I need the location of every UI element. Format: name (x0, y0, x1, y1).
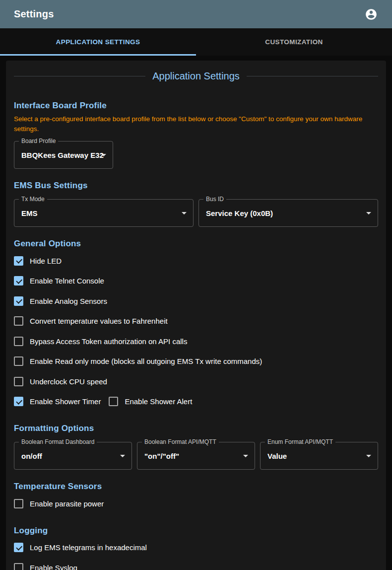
checkbox-row: Enable Telnet Console (14, 271, 378, 291)
tab-bar: APPLICATION SETTINGS CUSTOMIZATION (0, 28, 392, 56)
boolean-format-api-select[interactable]: Boolean Format API/MQTT "on"/"off" (137, 442, 255, 470)
checkbox-row: Underclock CPU speed (14, 371, 378, 392)
checkbox-underclock-cpu[interactable]: Underclock CPU speed (14, 377, 107, 386)
checkbox-box[interactable] (14, 316, 23, 326)
board-profile-description: Select a pre-configured interface board … (14, 114, 378, 134)
app-bar-title: Settings (14, 8, 54, 20)
title-divider-left (14, 76, 145, 76)
tx-mode-select-label: Tx Mode (19, 196, 47, 203)
checkbox-label: Hide LED (30, 257, 62, 265)
checkbox-box[interactable] (14, 256, 23, 266)
section-general-options: General Options (14, 239, 378, 249)
checkbox-row: Enable parasite power (14, 494, 378, 514)
checkbox-box[interactable] (109, 397, 118, 406)
enum-format-api-label: Enum Format API/MQTT (265, 438, 335, 445)
checkbox-label: Enable Telnet Console (30, 277, 104, 285)
board-profile-select-value: BBQKees Gateway E32 (21, 151, 104, 159)
checkbox-box[interactable] (14, 276, 23, 285)
section-ems-bus-settings: EMS Bus Settings (14, 181, 378, 191)
checkbox-enable-telnet-console[interactable]: Enable Telnet Console (14, 276, 104, 285)
account-circle-icon (365, 8, 378, 21)
tab-application-settings[interactable]: APPLICATION SETTINGS (0, 28, 196, 56)
checkbox-convert-fahrenheit[interactable]: Convert temperature values to Fahrenheit (14, 316, 168, 326)
checkbox-row-shower: Enable Shower Timer Enable Shower Alert (14, 392, 378, 412)
checkbox-box[interactable] (14, 356, 23, 366)
checkbox-box[interactable] (14, 377, 23, 386)
boolean-format-api-label: Boolean Format API/MQTT (142, 438, 219, 445)
checkbox-enable-shower-timer[interactable]: Enable Shower Timer (14, 397, 101, 406)
boolean-format-dashboard-select[interactable]: Boolean Format Dashboard on/off (14, 442, 132, 470)
checkbox-row: Hide LED (14, 251, 378, 271)
section-logging: Logging (14, 526, 378, 536)
general-options-group: Hide LED Enable Telnet Console Enable An… (14, 251, 378, 412)
boolean-format-dashboard-label: Boolean Format Dashboard (19, 438, 97, 445)
ems-bus-selects-row: Tx Mode EMS Bus ID Service Key (0x0B) (14, 199, 378, 227)
settings-card: Application Settings Interface Board Pro… (6, 61, 386, 570)
chevron-down-icon (120, 455, 125, 457)
chevron-down-icon (366, 212, 371, 214)
checkbox-label: Enable Read only mode (blocks all outgoi… (30, 357, 262, 365)
account-button[interactable] (361, 4, 381, 24)
tx-mode-select-value: EMS (21, 209, 38, 217)
checkbox-enable-syslog[interactable]: Enable Syslog (14, 563, 77, 570)
chevron-down-icon (182, 212, 187, 214)
section-interface-board-profile: Interface Board Profile (14, 101, 378, 111)
checkbox-hide-led[interactable]: Hide LED (14, 256, 62, 266)
checkbox-read-only-mode[interactable]: Enable Read only mode (blocks all outgoi… (14, 356, 262, 366)
page-title: Application Settings (152, 71, 240, 82)
page-title-row: Application Settings (14, 71, 378, 82)
checkbox-bypass-access-token[interactable]: Bypass Access Token authorization on API… (14, 337, 187, 346)
checkbox-enable-shower-alert[interactable]: Enable Shower Alert (109, 397, 192, 406)
chevron-down-icon (101, 154, 106, 156)
board-profile-row: Board Profile BBQKees Gateway E32 (14, 141, 378, 169)
checkbox-label: Enable Shower Timer (30, 397, 101, 406)
bus-id-select-value: Service Key (0x0B) (206, 209, 273, 217)
checkbox-enable-parasite-power[interactable]: Enable parasite power (14, 499, 104, 508)
checkbox-label: Enable Shower Alert (125, 397, 192, 406)
page-content: Application Settings Interface Board Pro… (0, 56, 392, 570)
tx-mode-select[interactable]: Tx Mode EMS (14, 199, 194, 227)
checkbox-enable-analog-sensors[interactable]: Enable Analog Sensors (14, 296, 107, 306)
checkbox-log-ems-hex[interactable]: Log EMS telegrams in hexadecimal (14, 543, 147, 552)
checkbox-row: Enable Analog Sensors (14, 291, 378, 311)
chevron-down-icon (243, 455, 248, 457)
checkbox-box[interactable] (14, 296, 23, 306)
checkbox-label: Enable parasite power (30, 499, 104, 508)
boolean-format-api-value: "on"/"off" (144, 452, 179, 460)
title-divider-right (247, 76, 378, 76)
section-temperature-sensors: Temperature Sensors (14, 482, 378, 492)
checkbox-row: Enable Read only mode (blocks all outgoi… (14, 352, 378, 372)
checkbox-box[interactable] (14, 337, 23, 346)
checkbox-row: Bypass Access Token authorization on API… (14, 331, 378, 352)
enum-format-api-select[interactable]: Enum Format API/MQTT Value (260, 442, 378, 470)
checkbox-label: Log EMS telegrams in hexadecimal (30, 543, 147, 552)
checkbox-row: Enable Syslog (14, 558, 378, 570)
checkbox-box[interactable] (14, 563, 23, 570)
formatting-selects-row: Boolean Format Dashboard on/off Boolean … (14, 442, 378, 470)
enum-format-api-value: Value (267, 452, 287, 460)
checkbox-row: Log EMS telegrams in hexadecimal (14, 538, 378, 558)
checkbox-row: Convert temperature values to Fahrenheit (14, 311, 378, 332)
bus-id-select-label: Bus ID (203, 196, 226, 203)
active-tab-indicator (0, 54, 196, 56)
temperature-sensors-group: Enable parasite power (14, 494, 378, 514)
logging-group: Log EMS telegrams in hexadecimal Enable … (14, 538, 378, 570)
checkbox-label: Bypass Access Token authorization on API… (30, 337, 187, 346)
checkbox-label: Enable Analog Sensors (30, 297, 107, 305)
app-bar: Settings (0, 0, 392, 28)
tab-customization[interactable]: CUSTOMIZATION (196, 28, 392, 56)
section-formatting-options: Formatting Options (14, 424, 378, 433)
checkbox-label: Convert temperature values to Fahrenheit (30, 317, 168, 325)
checkbox-box[interactable] (14, 499, 23, 508)
checkbox-box[interactable] (14, 397, 23, 406)
board-profile-select-label: Board Profile (19, 138, 58, 144)
bus-id-select[interactable]: Bus ID Service Key (0x0B) (198, 199, 378, 227)
checkbox-label: Enable Syslog (30, 564, 77, 570)
checkbox-label: Underclock CPU speed (30, 377, 107, 386)
checkbox-box[interactable] (14, 543, 23, 552)
chevron-down-icon (366, 455, 371, 457)
board-profile-select[interactable]: Board Profile BBQKees Gateway E32 (14, 141, 113, 169)
boolean-format-dashboard-value: on/off (21, 452, 42, 460)
